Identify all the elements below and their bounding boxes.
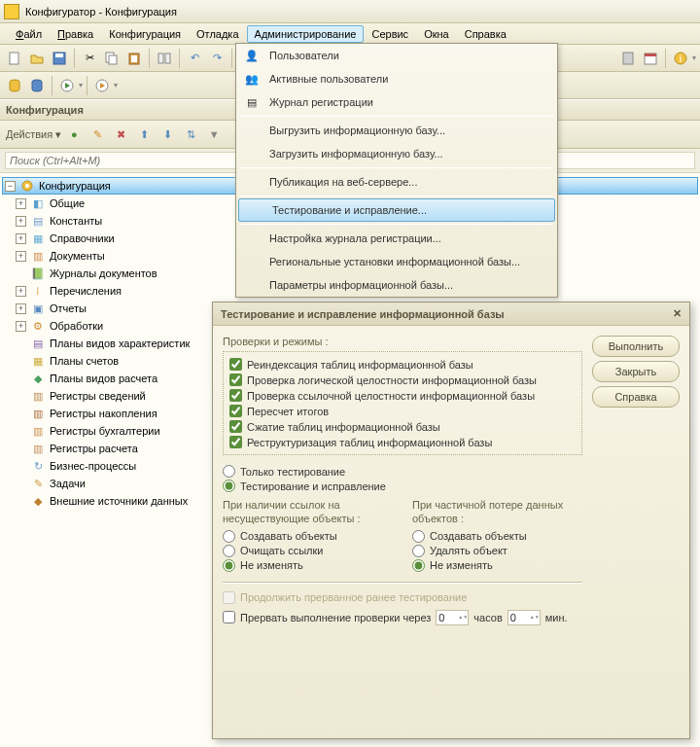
- debug-run-icon[interactable]: [91, 75, 113, 96]
- run-icon[interactable]: [56, 75, 78, 96]
- admin-dropdown: 👤Пользователи👥Активные пользователи▤Журн…: [235, 43, 558, 298]
- c2-keep[interactable]: Не изменять: [412, 559, 582, 572]
- check-item[interactable]: Проверка логической целостности информац…: [229, 374, 576, 386]
- menu-file[interactable]: Файл: [8, 25, 50, 43]
- c1-keep[interactable]: Не изменять: [223, 559, 393, 572]
- db-save-icon[interactable]: [26, 75, 48, 96]
- redo-icon[interactable]: ↷: [206, 48, 228, 69]
- menu-icon: [244, 146, 260, 161]
- open-icon[interactable]: [26, 48, 48, 69]
- edit-icon[interactable]: ✎: [87, 124, 108, 145]
- expand-icon[interactable]: [16, 496, 26, 507]
- check-item[interactable]: Реиндексация таблиц информационной базы: [229, 358, 576, 371]
- menu-label: Региональные установки информационной ба…: [269, 256, 520, 267]
- radio-test-fix[interactable]: Тестирование и исправление: [223, 480, 582, 492]
- info-icon[interactable]: i: [670, 48, 691, 69]
- menu-edit[interactable]: Правка: [50, 25, 101, 43]
- expand-icon[interactable]: +: [16, 216, 26, 227]
- menu-item[interactable]: ▤Журнал регистрации: [236, 90, 557, 114]
- expand-icon[interactable]: [16, 479, 26, 489]
- expand-icon[interactable]: [16, 461, 26, 472]
- delete-icon[interactable]: ✖: [110, 124, 131, 145]
- check-item[interactable]: Сжатие таблиц информационной базы: [229, 420, 576, 433]
- add-icon[interactable]: ●: [63, 124, 85, 145]
- mins-spinner[interactable]: 0▲▼: [508, 610, 541, 625]
- calendar-icon[interactable]: [640, 48, 661, 69]
- c1-clear[interactable]: Очищать ссылки: [223, 545, 393, 557]
- paste-icon[interactable]: [123, 48, 145, 69]
- menu-windows[interactable]: Окна: [416, 25, 457, 43]
- close-icon[interactable]: ✕: [673, 307, 682, 320]
- expand-icon[interactable]: [16, 409, 26, 419]
- abort-check[interactable]: Прервать выполнение проверки через 0▲▼ ч…: [223, 610, 582, 625]
- copy-icon[interactable]: [101, 48, 122, 69]
- check-item[interactable]: Пересчет итогов: [229, 405, 576, 417]
- expand-icon[interactable]: [16, 426, 26, 437]
- expand-icon[interactable]: +: [16, 303, 26, 314]
- menu-debug[interactable]: Отладка: [189, 25, 246, 43]
- menu-service[interactable]: Сервис: [364, 25, 416, 43]
- svg-text:i: i: [680, 53, 682, 64]
- svg-point-19: [25, 184, 29, 188]
- expand-icon[interactable]: [16, 268, 26, 279]
- check-item[interactable]: Реструктуризация таблиц информационной б…: [229, 436, 576, 448]
- menu-item[interactable]: Параметры информационной базы...: [236, 273, 557, 297]
- save-icon[interactable]: [49, 48, 70, 69]
- menu-item[interactable]: Публикация на веб-сервере...: [236, 170, 557, 194]
- menu-admin[interactable]: Администрирование: [247, 25, 365, 43]
- sort-icon[interactable]: ⇅: [180, 124, 201, 145]
- menu-item[interactable]: Региональные установки информационной ба…: [236, 250, 557, 273]
- up-icon[interactable]: ⬆: [133, 124, 155, 145]
- run-button[interactable]: Выполнить: [592, 336, 680, 357]
- expand-icon[interactable]: [16, 338, 26, 349]
- filter-icon[interactable]: ▼: [203, 124, 225, 145]
- node-icon: ▥: [30, 248, 46, 264]
- node-icon: ▥: [30, 388, 46, 404]
- menu-help[interactable]: Справка: [457, 25, 514, 43]
- expand-icon[interactable]: [16, 391, 26, 402]
- c2-create[interactable]: Создавать объекты: [412, 530, 582, 543]
- expand-icon[interactable]: +: [16, 198, 26, 209]
- expand-icon[interactable]: [16, 374, 26, 384]
- undo-icon[interactable]: ↶: [184, 48, 205, 69]
- calc-icon[interactable]: [617, 48, 639, 69]
- compare-icon[interactable]: [154, 48, 175, 69]
- menu-item[interactable]: 👥Активные пользователи: [236, 67, 557, 90]
- config-icon: [19, 178, 35, 194]
- menu-item[interactable]: Выгрузить информационную базу...: [236, 119, 557, 142]
- check-item[interactable]: Проверка ссылочной целостности информаци…: [229, 389, 576, 402]
- down-icon[interactable]: ⬇: [157, 124, 178, 145]
- cut-icon[interactable]: ✂: [79, 48, 100, 69]
- db-icon[interactable]: [4, 75, 25, 96]
- new-icon[interactable]: [4, 48, 25, 69]
- radio-test-only[interactable]: Только тестирование: [223, 465, 582, 478]
- menu-label: Журнал регистрации: [269, 96, 373, 108]
- expand-icon[interactable]: [16, 444, 26, 454]
- menu-item[interactable]: Настройка журнала регистрации...: [236, 227, 557, 250]
- tree-root-label: Конфигурация: [39, 180, 111, 192]
- menu-config[interactable]: Конфигурация: [101, 25, 189, 43]
- node-icon: ⁞: [30, 283, 46, 299]
- c2-delete[interactable]: Удалять объект: [412, 545, 582, 557]
- dropdown-arrow-icon[interactable]: ▾: [692, 53, 696, 62]
- hours-spinner[interactable]: 0▲▼: [436, 610, 469, 625]
- node-icon: ▥: [30, 423, 46, 439]
- close-button[interactable]: Закрыть: [592, 361, 680, 382]
- menu-item[interactable]: 👤Пользователи: [236, 44, 557, 67]
- menu-item[interactable]: Тестирование и исправление...: [238, 198, 555, 222]
- expand-icon[interactable]: +: [16, 233, 26, 244]
- expand-icon[interactable]: +: [16, 251, 26, 262]
- col1-header: При наличии ссылок на несуществующие объ…: [223, 498, 393, 526]
- help-button[interactable]: Справка: [592, 386, 680, 408]
- actions-menu[interactable]: Действия ▾: [6, 128, 61, 141]
- c1-create[interactable]: Создавать объекты: [223, 530, 393, 543]
- node-icon: ▤: [30, 213, 46, 229]
- expand-icon[interactable]: +: [16, 321, 26, 332]
- expand-icon[interactable]: +: [16, 286, 26, 297]
- menu-label: Загрузить информационную базу...: [269, 148, 443, 160]
- tree-label: Документы: [50, 250, 105, 262]
- tree-label: Планы счетов: [50, 355, 119, 367]
- expand-icon[interactable]: [16, 356, 26, 367]
- collapse-icon[interactable]: −: [5, 181, 16, 192]
- menu-item[interactable]: Загрузить информационную базу...: [236, 142, 557, 165]
